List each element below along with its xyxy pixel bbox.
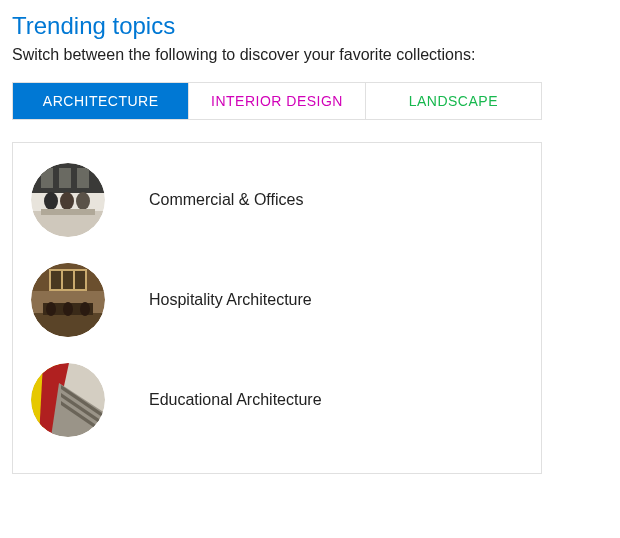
- svg-rect-10: [41, 209, 95, 215]
- list-item[interactable]: Hospitality Architecture: [31, 263, 523, 337]
- svg-point-9: [76, 192, 90, 210]
- tabs-container: ARCHITECTURE INTERIOR DESIGN LANDSCAPE: [12, 82, 542, 120]
- item-label: Commercial & Offices: [149, 191, 303, 209]
- svg-rect-18: [31, 313, 105, 337]
- thumb-hospitality: [31, 263, 105, 337]
- page-subtitle: Switch between the following to discover…: [12, 46, 608, 64]
- svg-rect-15: [51, 271, 61, 289]
- svg-rect-17: [75, 271, 85, 289]
- svg-point-20: [46, 302, 56, 316]
- svg-point-7: [44, 192, 58, 210]
- svg-rect-3: [41, 168, 53, 188]
- svg-rect-5: [77, 168, 89, 188]
- item-label: Hospitality Architecture: [149, 291, 312, 309]
- svg-point-21: [63, 302, 73, 316]
- svg-point-8: [60, 192, 74, 210]
- list-item[interactable]: Commercial & Offices: [31, 163, 523, 237]
- list-item[interactable]: Educational Architecture: [31, 363, 523, 437]
- tab-landscape[interactable]: LANDSCAPE: [366, 83, 541, 119]
- svg-point-22: [80, 302, 90, 316]
- item-label: Educational Architecture: [149, 391, 322, 409]
- page-title: Trending topics: [12, 12, 608, 40]
- tab-interior-design[interactable]: INTERIOR DESIGN: [189, 83, 365, 119]
- svg-rect-4: [59, 168, 71, 188]
- svg-rect-16: [63, 271, 73, 289]
- thumb-educational: [31, 363, 105, 437]
- tab-architecture[interactable]: ARCHITECTURE: [13, 83, 189, 119]
- content-panel: Commercial & Offices: [12, 142, 542, 474]
- thumb-office: [31, 163, 105, 237]
